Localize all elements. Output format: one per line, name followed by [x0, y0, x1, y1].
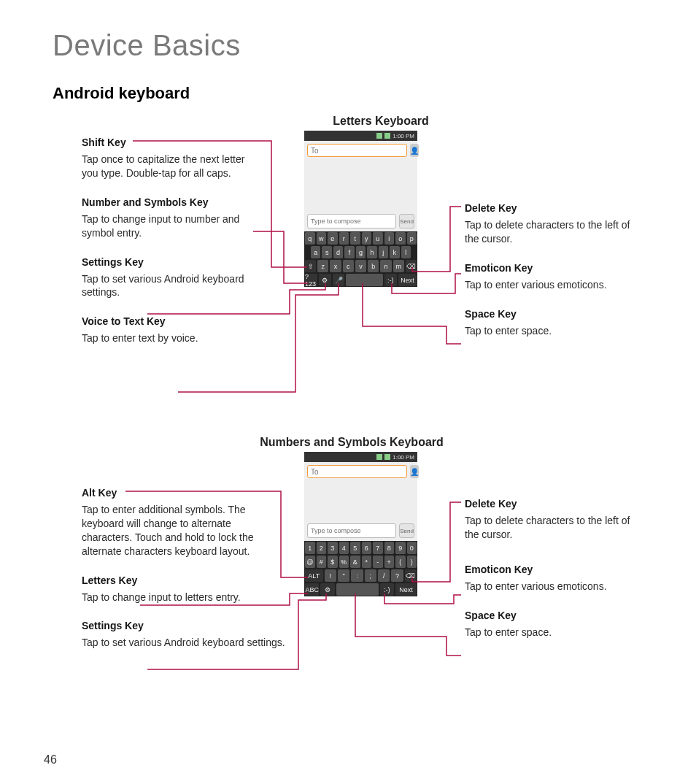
voice-key-title: Voice to Text Key: [82, 315, 257, 327]
key-3[interactable]: 3: [328, 542, 338, 554]
emoticon2-key-title: Emoticon Key: [465, 564, 640, 575]
key-p[interactable]: p: [407, 232, 417, 245]
key-a[interactable]: a: [311, 246, 320, 258]
key-*[interactable]: *: [362, 556, 372, 568]
key-/[interactable]: /: [378, 569, 390, 582]
key-@[interactable]: @: [305, 556, 315, 568]
settings2-key-title: Settings Key: [82, 620, 257, 631]
battery-icon: [384, 454, 390, 460]
space-key[interactable]: [336, 583, 379, 596]
key-l[interactable]: l: [401, 246, 411, 258]
key-2[interactable]: 2: [317, 542, 327, 554]
shift-key-desc: Tap once to capitalize the next letter y…: [82, 153, 257, 180]
key-1[interactable]: 1: [305, 542, 315, 554]
key-c[interactable]: c: [343, 260, 354, 272]
next-key[interactable]: Next: [395, 583, 417, 596]
key-k[interactable]: k: [390, 246, 399, 258]
key-![interactable]: !: [325, 569, 336, 582]
key-i[interactable]: i: [384, 232, 395, 245]
settings-key[interactable]: ⚙: [319, 274, 331, 286]
key-x[interactable]: x: [330, 260, 341, 272]
key-;[interactable]: ;: [365, 569, 376, 582]
key-s[interactable]: s: [322, 246, 331, 258]
numbers-keyboard-heading: Numbers and Symbols Keyboard: [231, 436, 472, 449]
key-4[interactable]: 4: [339, 542, 349, 554]
key-?[interactable]: ?: [391, 569, 403, 582]
settings-key-title: Settings Key: [82, 256, 257, 268]
letters-key-title: Letters Key: [82, 574, 257, 586]
key-d[interactable]: d: [333, 246, 343, 258]
send-button[interactable]: Send: [399, 214, 414, 228]
emoticon-key[interactable]: :-): [384, 274, 397, 286]
delete-key-desc: Tap to delete characters to the left of …: [465, 218, 640, 246]
key-+[interactable]: +: [384, 556, 395, 568]
key-ALT[interactable]: ALT: [305, 569, 323, 582]
page-number: 46: [44, 753, 57, 766]
key-⌫[interactable]: ⌫: [405, 569, 417, 582]
signal-icon: [376, 133, 382, 139]
key-:[interactable]: :: [351, 569, 363, 582]
key-([interactable]: (: [395, 556, 406, 568]
key-o[interactable]: o: [395, 232, 406, 245]
send-button[interactable]: Send: [399, 523, 414, 538]
key-v[interactable]: v: [355, 260, 366, 272]
key-)[interactable]: ): [407, 556, 417, 568]
status-time: 1:00 PM: [393, 133, 414, 139]
key-b[interactable]: b: [368, 260, 379, 272]
key-f[interactable]: f: [344, 246, 354, 258]
to-field[interactable]: [307, 465, 407, 478]
key-h[interactable]: h: [367, 246, 376, 258]
key-$[interactable]: $: [328, 556, 338, 568]
key-g[interactable]: g: [356, 246, 366, 258]
num-sym-key-desc: Tap to change input to number and symbol…: [82, 212, 257, 240]
key-⇧[interactable]: ⇧: [305, 260, 316, 272]
delete-key-title: Delete Key: [465, 202, 640, 214]
key-"[interactable]: ": [338, 569, 349, 582]
key-⌫[interactable]: ⌫: [406, 260, 417, 272]
compose-field[interactable]: [307, 523, 396, 538]
shift-key-title: Shift Key: [82, 137, 257, 148]
key-9[interactable]: 9: [395, 542, 406, 554]
voice-key[interactable]: 🎤: [333, 274, 345, 286]
key-j[interactable]: j: [379, 246, 388, 258]
num-sym-key[interactable]: ?123: [305, 274, 317, 286]
key-8[interactable]: 8: [384, 542, 395, 554]
key-#[interactable]: #: [317, 556, 327, 568]
signal-icon: [376, 454, 382, 460]
numbers-keyboard[interactable]: 1234567890 @#$%&*-+() ALT!":;/?⌫ ABC ⚙ :…: [304, 541, 417, 596]
letters-keyboard[interactable]: qwertyuiop asdfghjkl ⇧zxcvbnm⌫ ?123 ⚙ 🎤 …: [304, 231, 417, 287]
letters-phone-mockup: 1:00 PM 👤 Send qwertyuiop asdfghjkl ⇧zxc…: [304, 131, 417, 287]
key-0[interactable]: 0: [407, 542, 417, 554]
key-q[interactable]: q: [305, 232, 315, 245]
key-y[interactable]: y: [362, 232, 372, 245]
space-key[interactable]: [346, 274, 382, 286]
next-key[interactable]: Next: [398, 274, 417, 286]
key-r[interactable]: r: [339, 232, 349, 245]
contact-icon[interactable]: 👤: [410, 465, 419, 478]
key-z[interactable]: z: [317, 260, 328, 272]
key--[interactable]: -: [373, 556, 383, 568]
key-e[interactable]: e: [328, 232, 338, 245]
space-key-title: Space Key: [465, 308, 640, 320]
key-n[interactable]: n: [380, 260, 391, 272]
key-6[interactable]: 6: [362, 542, 372, 554]
key-u[interactable]: u: [373, 232, 383, 245]
page-title: Device Basics: [53, 29, 652, 62]
key-7[interactable]: 7: [373, 542, 383, 554]
key-5[interactable]: 5: [350, 542, 360, 554]
letters-mode-key[interactable]: ABC: [305, 583, 319, 596]
emoticon-key-title: Emoticon Key: [465, 262, 640, 274]
key-m[interactable]: m: [393, 260, 404, 272]
key-t[interactable]: t: [350, 232, 360, 245]
emoticon-key[interactable]: :-): [380, 583, 394, 596]
key-&[interactable]: &: [350, 556, 360, 568]
contact-icon[interactable]: 👤: [410, 144, 419, 157]
emoticon-key-desc: Tap to enter various emoticons.: [465, 278, 640, 292]
key-%[interactable]: %: [339, 556, 349, 568]
emoticon2-key-desc: Tap to enter various emoticons.: [465, 580, 640, 593]
to-field[interactable]: [307, 144, 407, 157]
compose-field[interactable]: [307, 214, 396, 228]
delete2-key-desc: Tap to delete characters to the left of …: [465, 514, 640, 542]
key-w[interactable]: w: [317, 232, 327, 245]
settings-key[interactable]: ⚙: [320, 583, 334, 596]
